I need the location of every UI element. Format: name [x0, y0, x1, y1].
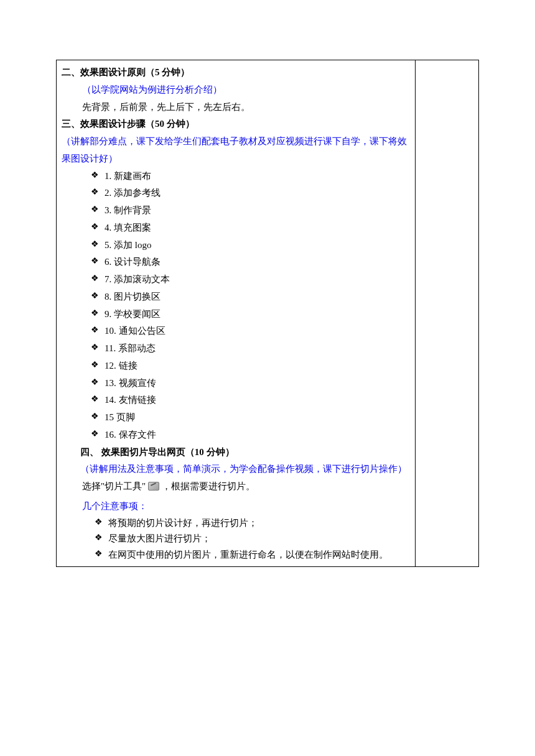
- section-2-body: 先背景，后前景，先上后下，先左后右。: [62, 99, 410, 116]
- list-item: 13. 视频宣传: [105, 375, 410, 392]
- section-4-body-post: ，根据需要进行切片。: [162, 481, 255, 491]
- list-item: 9. 学校要闻区: [105, 306, 410, 323]
- section-4-body-pre: 选择"切片工具": [82, 481, 146, 491]
- section-3-note: （讲解部分难点，课下发给学生们配套电子教材及对应视频进行课下自学，课下将效果图设…: [62, 133, 410, 168]
- side-empty-cell: [416, 60, 479, 567]
- list-item: 将预期的切片设计好，再进行切片；: [108, 515, 410, 532]
- section-4-note: （讲解用法及注意事项，简单演示，为学会配备操作视频，课下进行切片操作）: [62, 461, 410, 478]
- list-item: 1. 新建画布: [105, 168, 410, 185]
- list-item: 3. 制作背景: [105, 202, 410, 219]
- main-content-cell: 二、效果图设计原则（5 分钟） （以学院网站为例进行分析介绍） 先背景，后前景，…: [57, 60, 416, 567]
- section-4-title: 四、 效果图切片导出网页（10 分钟）: [62, 444, 410, 461]
- document-table: 二、效果图设计原则（5 分钟） （以学院网站为例进行分析介绍） 先背景，后前景，…: [56, 60, 479, 567]
- section-2-note: （以学院网站为例进行分析介绍）: [62, 81, 410, 99]
- list-item: 6. 设计导航条: [105, 254, 410, 271]
- list-item: 15 页脚: [105, 409, 410, 426]
- list-item: 14. 友情链接: [105, 392, 410, 409]
- list-item: 16. 保存文件: [105, 426, 410, 444]
- list-item: 7. 添加滚动文本: [105, 271, 410, 288]
- list-item: 4. 填充图案: [105, 219, 410, 237]
- section-3-steps-list: 1. 新建画布 2. 添加参考线 3. 制作背景 4. 填充图案 5. 添加 l…: [62, 168, 410, 444]
- slice-tool-icon: [148, 482, 159, 491]
- list-item: 2. 添加参考线: [105, 185, 410, 202]
- list-item: 5. 添加 logo: [105, 237, 410, 254]
- list-item: 在网页中使用的切片图片，重新进行命名，以便在制作网站时使用。: [108, 547, 410, 563]
- section-4-notice-heading: 几个注意事项：: [62, 498, 410, 515]
- section-4-notice-list: 将预期的切片设计好，再进行切片； 尽量放大图片进行切片； 在网页中使用的切片图片…: [62, 515, 410, 563]
- list-item: 8. 图片切换区: [105, 288, 410, 306]
- list-item: 尽量放大图片进行切片；: [108, 531, 410, 547]
- list-item: 11. 系部动态: [105, 340, 410, 357]
- section-3-title: 三、效果图设计步骤（50 分钟）: [62, 116, 410, 133]
- section-4-body: 选择"切片工具" ，根据需要进行切片。: [62, 478, 410, 496]
- list-item: 10. 通知公告区: [105, 323, 410, 340]
- section-2-title: 二、效果图设计原则（5 分钟）: [62, 64, 410, 81]
- list-item: 12. 链接: [105, 357, 410, 375]
